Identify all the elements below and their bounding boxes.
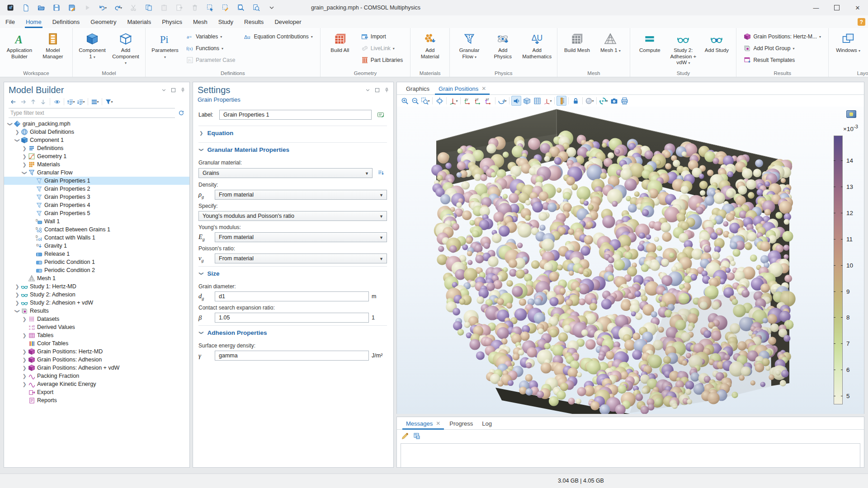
- youngs-modulus-select[interactable]: From material▼: [215, 232, 387, 242]
- tree-item-contact-between-grains-1[interactable]: DContact Between Grains 1: [4, 225, 189, 234]
- granular-material-properties-section-header[interactable]: ❯ Granular Material Properties: [198, 142, 387, 156]
- tree-item-periodic-condition-1[interactable]: Periodic Condition 1: [4, 258, 189, 266]
- camera-button[interactable]: [609, 96, 619, 106]
- zoom-out-button[interactable]: [410, 96, 420, 106]
- select-zoom-button[interactable]: [203, 2, 217, 14]
- study-2-adhesion-vdw-button[interactable]: Study 2: Adhesion + vdW ▾: [666, 30, 700, 68]
- view-yz-button[interactable]: yz: [473, 96, 483, 106]
- cut-button[interactable]: [127, 2, 140, 14]
- mesh-1-button[interactable]: Mesh 1 ▾: [594, 30, 627, 56]
- zoom-box-doc-button[interactable]: [250, 2, 263, 14]
- tree-item-grain-positions-adhesion[interactable]: ❯Grain Positions: Adhesion: [4, 356, 189, 364]
- small-axes-button[interactable]: ▾: [542, 96, 552, 106]
- component-1-button[interactable]: Component 1 ▾: [75, 30, 109, 62]
- rotate-button[interactable]: ▾: [497, 96, 507, 106]
- arrow-right-button[interactable]: [19, 97, 28, 106]
- tree-item-wall-1[interactable]: DWall 1: [4, 217, 189, 225]
- tree-item-mesh-1[interactable]: Mesh 1: [4, 274, 189, 282]
- reset-desktop-button[interactable]: Reset Desktop ▾: [865, 30, 868, 62]
- part-libraries-button[interactable]: Part Libraries: [359, 54, 406, 66]
- adhesion-properties-section-header[interactable]: ❯ Adhesion Properties: [198, 325, 387, 339]
- graphics-tab-graphics[interactable]: Graphics: [401, 83, 434, 94]
- tree-item-grain-properties-1[interactable]: Grain Properties 1: [4, 177, 189, 185]
- chevron-down-icon[interactable]: [161, 87, 167, 93]
- menu-tab-physics[interactable]: Physics: [156, 15, 188, 28]
- chevron-down-icon[interactable]: [365, 87, 371, 93]
- add-physics-button[interactable]: Add Physics: [486, 30, 519, 61]
- play-button[interactable]: [80, 2, 94, 14]
- messages-tab-log[interactable]: Log: [477, 418, 496, 429]
- tree-item-study-2-adhesion-vdw[interactable]: ❯Study 2: Adhesion + vdW: [4, 299, 189, 307]
- tree-expander[interactable]: ❯: [21, 349, 28, 355]
- grain-positions-hertz-m-button[interactable]: Grain Positions: Hertz-M...▾: [741, 31, 824, 42]
- menu-tab-materials[interactable]: Materials: [122, 15, 156, 28]
- tree-expander[interactable]: ❯: [21, 365, 28, 371]
- tree-expander[interactable]: ❯: [14, 308, 20, 314]
- build-all-button[interactable]: Build All: [323, 30, 357, 56]
- tree-item-study-2-adhesion[interactable]: ❯Study 2: Adhesion: [4, 291, 189, 299]
- granular-material-select[interactable]: Grains▼: [198, 168, 373, 178]
- pin-icon[interactable]: [180, 87, 186, 93]
- messages-tab-progress[interactable]: Progress: [445, 418, 477, 429]
- tree-item-grain-positions-hertz-md[interactable]: ❯Grain Positions: Hertz-MD: [4, 347, 189, 356]
- tree-expander[interactable]: ❯: [21, 162, 28, 168]
- size-section-header[interactable]: ❯ Size: [198, 266, 387, 280]
- tree-item-geometry-1[interactable]: ❯Geometry 1: [4, 152, 189, 160]
- funnel-filter-button[interactable]: ▾: [104, 97, 113, 106]
- list-expand-button[interactable]: ▾: [76, 97, 85, 106]
- add-mathematics-button[interactable]: ΔUAdd Mathematics: [519, 30, 554, 61]
- parameters-button[interactable]: PiParameters ▾: [148, 30, 182, 62]
- rename-button[interactable]: [375, 109, 386, 120]
- help-icon[interactable]: ?: [858, 18, 865, 26]
- tree-item-tables[interactable]: ❯Tables: [4, 331, 189, 339]
- grid-button[interactable]: [532, 96, 542, 106]
- import-button[interactable]: Import: [359, 31, 406, 42]
- contact-search-ratio-input[interactable]: 1.05: [215, 313, 369, 323]
- menu-tab-study[interactable]: Study: [213, 15, 239, 28]
- undo-button[interactable]: ▾: [96, 2, 109, 14]
- tree-item-grain-properties-4[interactable]: Grain Properties 4: [4, 201, 189, 209]
- compute-button[interactable]: Compute: [633, 30, 666, 56]
- tree-item-datasets[interactable]: ❯Datasets: [4, 315, 189, 323]
- select-brush-button[interactable]: [219, 2, 232, 14]
- transparency-button[interactable]: [511, 96, 521, 106]
- tree-item-grain-properties-3[interactable]: Grain Properties 3: [4, 193, 189, 201]
- parameter-case-button[interactable]: PiParameter Case: [184, 54, 238, 66]
- tree-item-packing-fraction[interactable]: ❯Packing Fraction: [4, 372, 189, 380]
- tree-expander[interactable]: ❯: [21, 373, 28, 379]
- menu-tab-home[interactable]: Home: [20, 15, 47, 28]
- zoom-in-button[interactable]: [400, 96, 410, 106]
- tree-filter-input[interactable]: Type filter text: [9, 108, 175, 118]
- specify-select[interactable]: Young's modulus and Poisson's ratio▼: [198, 211, 387, 221]
- delete-button[interactable]: [188, 2, 202, 14]
- color-legend-button[interactable]: [557, 96, 566, 106]
- equation-contributions-button[interactable]: ΔuEquation Contributions▾: [241, 31, 315, 42]
- tree-expander[interactable]: ❯: [21, 333, 28, 338]
- axis-orientation-button[interactable]: ▾: [448, 96, 458, 106]
- model-manager-button[interactable]: Model Manager: [36, 30, 70, 61]
- graphics-tab-grain-positions[interactable]: Grain Positions✕: [434, 83, 491, 94]
- tree-item-periodic-condition-2[interactable]: Periodic Condition 2: [4, 266, 189, 274]
- view-xz-button[interactable]: xz: [483, 96, 493, 106]
- tree-item-gravity-1[interactable]: DGravity 1: [4, 242, 189, 250]
- pin-icon[interactable]: [384, 87, 390, 93]
- label-input[interactable]: Grain Properties 1: [219, 110, 372, 120]
- variables-button[interactable]: a=Variables▾: [184, 31, 238, 42]
- tree-item-component-1[interactable]: ❯Component 1: [4, 136, 189, 144]
- lock-button[interactable]: [571, 96, 580, 106]
- menu-tab-geometry[interactable]: Geometry: [85, 15, 122, 28]
- tree-item-reports[interactable]: Reports: [4, 396, 189, 404]
- tree-item-results[interactable]: ❯Results: [4, 307, 189, 315]
- close-tab-icon[interactable]: ✕: [481, 85, 486, 92]
- tree-expander[interactable]: ❯: [14, 137, 20, 143]
- tree-item-materials[interactable]: ❯Materials: [4, 160, 189, 169]
- float-window-icon[interactable]: [374, 87, 380, 93]
- redo-button[interactable]: ▾: [111, 2, 125, 14]
- maximize-button[interactable]: [826, 0, 847, 15]
- messages-tab-messages[interactable]: Messages✕: [401, 418, 445, 429]
- tree-item-global-definitions[interactable]: ❯Global Definitions: [4, 128, 189, 136]
- menu-tab-mesh[interactable]: Mesh: [188, 15, 213, 28]
- tree-expander[interactable]: ❯: [14, 300, 20, 306]
- tree-item-grain-properties-5[interactable]: Grain Properties 5: [4, 209, 189, 217]
- tree-expander[interactable]: ❯: [21, 357, 28, 363]
